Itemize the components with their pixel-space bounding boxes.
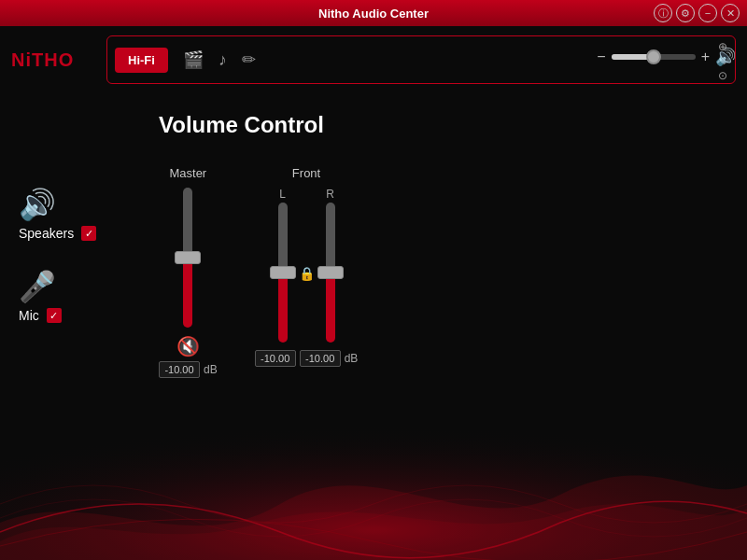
edit-icon[interactable]: ✏ xyxy=(242,49,256,70)
master-value-row: -10.00 dB xyxy=(159,361,218,378)
speakers-label-row: Speakers xyxy=(19,226,96,241)
master-value[interactable]: -10.00 xyxy=(159,361,200,378)
front-r-track[interactable] xyxy=(326,203,335,343)
logo-accent: T xyxy=(32,49,44,70)
volume-minus-icon[interactable]: − xyxy=(597,49,605,65)
volume-plus-icon[interactable]: + xyxy=(701,49,710,65)
volume-track[interactable] xyxy=(612,54,696,60)
logo-text2: HO xyxy=(44,49,74,70)
video-icon[interactable]: 🎬 xyxy=(183,49,204,70)
mic-icon[interactable]: 🎤 xyxy=(19,269,56,304)
volume-thumb[interactable] xyxy=(646,49,661,64)
app-title: Nitho Audio Center xyxy=(318,7,429,21)
info-button[interactable]: ⓘ xyxy=(654,4,672,22)
logo: NiTHO xyxy=(11,49,95,71)
reset-icon[interactable]: ⊙ xyxy=(718,69,727,82)
master-slider-group: Master 🔇 -10.00 dB xyxy=(159,166,218,378)
master-label: Master xyxy=(169,166,206,180)
speakers-checkbox[interactable] xyxy=(81,226,96,241)
title-bar: Nitho Audio Center ⓘ ⚙ − ✕ xyxy=(0,0,747,26)
logo-text: Ni xyxy=(11,49,32,70)
mic-row: 🎤 xyxy=(19,269,56,304)
master-thumb[interactable] xyxy=(175,251,201,264)
settings-button[interactable]: ⚙ xyxy=(676,4,695,22)
front-r-value[interactable]: -10.00 xyxy=(300,350,341,367)
speakers-row: 🔊 xyxy=(19,187,56,222)
front-slider-container: L 🔒 R xyxy=(278,188,335,343)
master-track[interactable] xyxy=(183,188,192,328)
sliders-area: Master 🔇 -10.00 dB Front xyxy=(159,166,710,378)
window-controls: ⓘ ⚙ − ✕ xyxy=(654,4,740,22)
front-slider-group: Front L 🔒 R xyxy=(255,166,359,367)
master-volume-control: − + 🔊 xyxy=(597,47,736,67)
lock-icon[interactable]: 🔒 xyxy=(299,266,315,281)
master-slider-container xyxy=(183,188,192,328)
mic-label-row: Mic xyxy=(19,308,62,323)
front-l-value[interactable]: -10.00 xyxy=(255,350,296,367)
front-l-thumb[interactable] xyxy=(270,266,296,279)
volume-panel: Volume Control Master 🔇 -10.00 dB xyxy=(140,103,728,378)
front-l-slider: L xyxy=(278,188,288,343)
r-label: R xyxy=(326,188,334,201)
front-l-track[interactable] xyxy=(278,203,288,343)
front-r-thumb[interactable] xyxy=(317,266,344,279)
mic-label: Mic xyxy=(19,308,39,323)
mic-checkbox[interactable] xyxy=(47,308,62,323)
master-mute-icon[interactable]: 🔇 xyxy=(176,335,200,357)
master-slider xyxy=(183,188,192,328)
front-r-slider: R xyxy=(326,188,335,343)
master-db-unit: dB xyxy=(204,363,218,376)
wave-background xyxy=(0,411,747,560)
speakers-icon[interactable]: 🔊 xyxy=(19,187,56,222)
music-icon[interactable]: ♪ xyxy=(218,50,227,70)
front-db-unit: dB xyxy=(345,352,359,365)
speakers-label: Speakers xyxy=(19,226,74,241)
volume-title: Volume Control xyxy=(159,112,710,138)
close-button[interactable]: ✕ xyxy=(721,4,740,22)
front-value-row: -10.00 -10.00 dB xyxy=(255,350,359,367)
svg-rect-0 xyxy=(0,411,747,560)
hifi-button[interactable]: Hi-Fi xyxy=(115,48,168,73)
volume-speaker-icon: 🔊 xyxy=(715,47,736,67)
sidebar: 🔊 Speakers 🎤 Mic xyxy=(19,103,140,378)
speakers-item: 🔊 Speakers xyxy=(19,187,140,241)
l-label: L xyxy=(279,188,286,201)
mic-item: 🎤 Mic xyxy=(19,269,140,323)
front-label: Front xyxy=(292,166,320,180)
main-content: 🔊 Speakers 🎤 Mic Volume Control Master xyxy=(0,103,747,378)
minimize-button[interactable]: − xyxy=(698,4,717,22)
